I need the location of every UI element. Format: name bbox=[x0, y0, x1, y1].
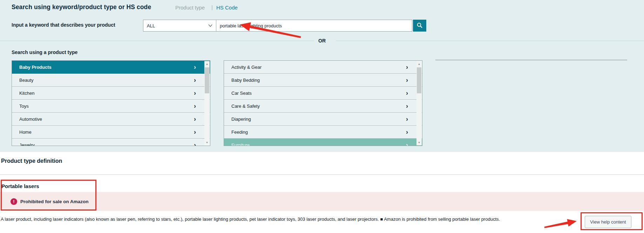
subcategory-label: Activity & Gear bbox=[231, 65, 262, 70]
subcategory-label: Baby Bedding bbox=[231, 78, 260, 83]
chevron-right-icon: › bbox=[406, 116, 408, 122]
scrollbar-level1[interactable]: ▲ ▼ bbox=[204, 61, 210, 145]
exclamation-circle-icon: ! bbox=[11, 198, 17, 205]
prohibited-status-bar: ! Prohibited for sale on Amazon bbox=[0, 192, 644, 211]
category-label: Baby Products bbox=[19, 65, 52, 70]
view-help-content-button[interactable]: View help content bbox=[585, 216, 631, 228]
scrollbar-thumb[interactable] bbox=[205, 67, 209, 93]
chevron-right-icon: › bbox=[194, 116, 196, 122]
product-type-description: A laser product, including laser indicat… bbox=[1, 217, 500, 222]
category-row-toys[interactable]: Toys › bbox=[12, 100, 210, 113]
search-button[interactable] bbox=[413, 20, 426, 32]
subcategory-row-diapering[interactable]: Diapering › bbox=[224, 113, 422, 126]
annotation-arrow-help-button bbox=[542, 216, 582, 232]
keyword-input-label: Input a keyword that describes your prod… bbox=[12, 22, 115, 28]
keyword-search-input-value: portable laser lighting products bbox=[220, 23, 282, 28]
category-label: Automotive bbox=[19, 116, 42, 122]
chevron-right-icon: › bbox=[406, 90, 408, 96]
category-label: Jewelry bbox=[19, 142, 35, 146]
chevron-right-icon: › bbox=[194, 103, 196, 109]
level3-panel-top-border bbox=[435, 60, 627, 60]
tab-hs-code[interactable]: HS Code bbox=[216, 5, 238, 11]
chevron-right-icon: › bbox=[406, 64, 408, 70]
category-row-kitchen[interactable]: Kitchen › bbox=[12, 87, 210, 100]
category-row-home[interactable]: Home › bbox=[12, 126, 210, 139]
category-row-baby-products[interactable]: Baby Products › bbox=[12, 61, 210, 74]
subcategory-label: Furniture bbox=[231, 142, 250, 146]
chevron-right-icon: › bbox=[194, 129, 196, 135]
scrollbar-thumb[interactable] bbox=[417, 67, 421, 93]
prohibited-status-text: Prohibited for sale on Amazon bbox=[20, 199, 89, 204]
or-divider-line-left bbox=[0, 41, 314, 41]
subcategory-label: Feeding bbox=[231, 129, 248, 135]
chevron-right-icon: › bbox=[194, 90, 196, 96]
scroll-up-icon[interactable]: ▲ bbox=[204, 61, 210, 67]
category-label: Beauty bbox=[19, 78, 33, 83]
category-row-automotive[interactable]: Automotive › bbox=[12, 113, 210, 126]
subcategory-row-activity-gear[interactable]: Activity & Gear › bbox=[224, 61, 422, 74]
subcategory-row-baby-bedding[interactable]: Baby Bedding › bbox=[224, 74, 422, 87]
chevron-right-icon: › bbox=[406, 77, 408, 83]
or-divider-line-right bbox=[336, 41, 644, 41]
category-label: Toys bbox=[19, 104, 29, 109]
subcategory-label: Car Seats bbox=[231, 91, 252, 96]
category-dropdown-value: ALL bbox=[147, 23, 155, 28]
subcategory-label: Care & Safety bbox=[231, 104, 260, 109]
subcategory-row-feeding[interactable]: Feeding › bbox=[224, 126, 422, 139]
subcategory-row-furniture[interactable]: Furniture › bbox=[224, 139, 422, 146]
category-label: Home bbox=[19, 129, 32, 135]
category-row-jewelry[interactable]: Jewelry › bbox=[12, 139, 210, 146]
product-type-name: Portable lasers bbox=[1, 183, 39, 189]
chevron-right-icon: › bbox=[194, 77, 196, 83]
chevron-right-icon: › bbox=[406, 142, 408, 146]
chevron-right-icon: › bbox=[406, 129, 408, 135]
chevron-down-icon bbox=[208, 24, 212, 27]
subcategory-row-care-safety[interactable]: Care & Safety › bbox=[224, 100, 422, 113]
chevron-right-icon: › bbox=[194, 64, 196, 70]
tab-separator: | bbox=[211, 4, 213, 10]
category-panel-level2: Activity & Gear › Baby Bedding › Car Sea… bbox=[224, 60, 422, 146]
subcategory-label: Diapering bbox=[231, 116, 251, 122]
category-label: Kitchen bbox=[19, 91, 34, 96]
scrollbar-level2[interactable]: ▲ ▼ bbox=[416, 61, 422, 145]
product-type-search-heading: Search using a product type bbox=[12, 49, 77, 55]
scroll-down-icon[interactable]: ▼ bbox=[416, 140, 422, 145]
scroll-up-icon[interactable]: ▲ bbox=[416, 61, 422, 67]
keyword-search-input[interactable]: portable laser lighting products bbox=[216, 20, 412, 32]
page-title: Search using keyword/product type or HS … bbox=[12, 4, 151, 11]
search-icon bbox=[416, 22, 423, 29]
tab-product-type[interactable]: Product type bbox=[175, 5, 205, 11]
or-divider-label: OR bbox=[318, 38, 326, 44]
chevron-right-icon: › bbox=[194, 142, 196, 146]
category-dropdown[interactable]: ALL bbox=[143, 20, 216, 32]
section-divider bbox=[0, 174, 644, 175]
view-help-content-label: View help content bbox=[590, 219, 626, 225]
category-row-beauty[interactable]: Beauty › bbox=[12, 74, 210, 87]
definition-heading: Product type definition bbox=[1, 158, 62, 164]
scroll-down-icon[interactable]: ▼ bbox=[204, 140, 210, 145]
category-panel-level1: Baby Products › Beauty › Kitchen › Toys … bbox=[12, 60, 210, 146]
subcategory-row-car-seats[interactable]: Car Seats › bbox=[224, 87, 422, 100]
chevron-right-icon: › bbox=[406, 103, 408, 109]
